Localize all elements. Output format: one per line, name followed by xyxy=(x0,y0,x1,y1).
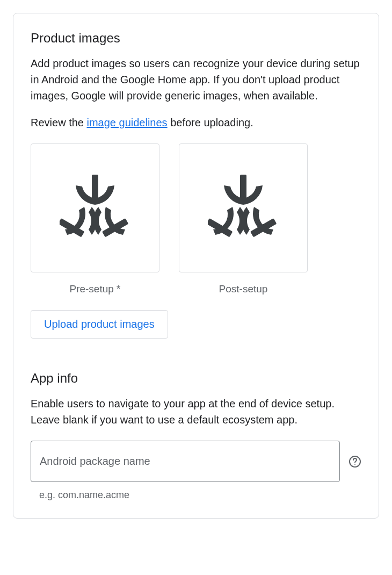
matter-logo-icon xyxy=(208,175,279,241)
review-prefix: Review the xyxy=(31,117,87,128)
post-setup-slot: Post-setup xyxy=(179,143,308,295)
package-input-wrap xyxy=(31,441,340,482)
product-images-title: Product images xyxy=(31,31,361,46)
svg-point-7 xyxy=(354,464,355,465)
android-package-name-input[interactable] xyxy=(31,441,340,482)
package-input-row xyxy=(31,441,361,482)
svg-rect-3 xyxy=(240,175,246,202)
guidelines-sentence: Review the image guidelines before uploa… xyxy=(31,114,361,131)
settings-card: Product images Add product images so use… xyxy=(13,13,379,519)
upload-product-images-button[interactable]: Upload product images xyxy=(31,310,168,339)
help-icon[interactable] xyxy=(349,455,361,468)
svg-rect-0 xyxy=(92,175,98,202)
post-setup-image-box[interactable] xyxy=(179,143,308,272)
image-guidelines-link[interactable]: image guidelines xyxy=(87,117,168,128)
app-info-title: App info xyxy=(31,371,361,386)
product-images-description: Add product images so users can recogniz… xyxy=(31,55,361,104)
matter-logo-icon xyxy=(60,175,130,241)
app-info-section: App info Enable users to navigate to you… xyxy=(31,371,361,501)
pre-setup-caption: Pre-setup * xyxy=(69,283,120,295)
app-info-description: Enable users to navigate to your app at … xyxy=(31,396,361,428)
review-suffix: before uploading. xyxy=(168,117,253,128)
post-setup-caption: Post-setup xyxy=(219,283,268,295)
pre-setup-image-box[interactable] xyxy=(31,143,159,272)
image-slots-row: Pre-setup * xyxy=(31,143,361,295)
pre-setup-slot: Pre-setup * xyxy=(31,143,159,295)
product-images-section: Product images Add product images so use… xyxy=(31,31,361,339)
package-hint: e.g. com.name.acme xyxy=(39,490,361,501)
